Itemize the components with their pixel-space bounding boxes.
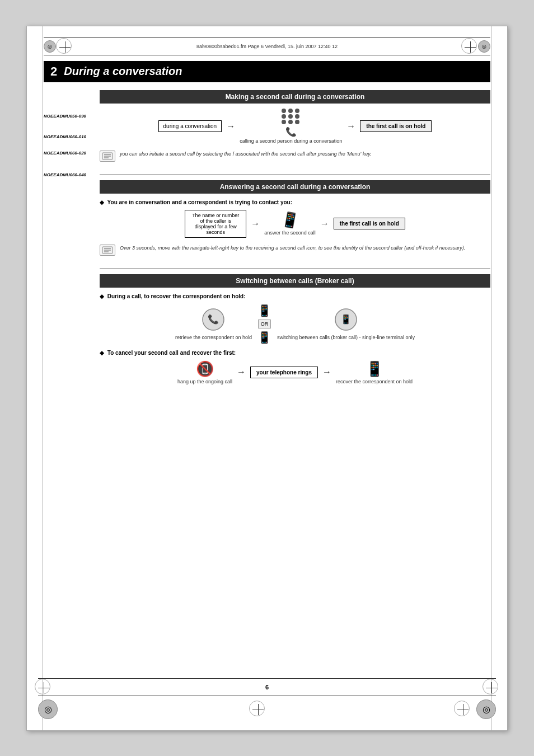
footer-bottom-rule (38, 696, 496, 696)
bullet-3: ◆ (100, 350, 104, 356)
footer-right-crosshair (457, 704, 467, 714)
broker-icons-row: 📞 retrieve the correspondent on hold 📱 O… (100, 304, 490, 344)
s2-handset-col: 📱 answer the second call (264, 212, 316, 236)
right-margin-line (491, 26, 491, 730)
footer-center-crosshair (252, 704, 263, 714)
title-bar: 2 During a conversation (44, 61, 490, 82)
keypad-dot-2 (288, 109, 293, 113)
page-wrapper: ◎ 8al90800bsabed01.fm Page 6 Vendredi, 1… (0, 0, 534, 756)
s2-flow-col-1: The name or number of the caller is disp… (185, 210, 246, 238)
footer-right-marks: ◎ (457, 699, 496, 719)
section2-subheader: ◆ You are in conversation and a correspo… (100, 199, 490, 205)
footer-right (486, 682, 496, 692)
telephone-rings-text: your telephone rings (256, 369, 312, 375)
footer-top-rule (38, 678, 496, 679)
hangup-label: hang up the ongoing call (177, 379, 232, 384)
keypad-dot-4 (282, 114, 286, 119)
s2-arrow-2: → (320, 219, 329, 229)
bullet-2: ◆ (100, 293, 104, 299)
answer-second-call-label: answer the second call (264, 230, 316, 236)
content-area: NOEEADMU050-090 NOEEADMU060-010 NOEEADMU… (44, 90, 490, 395)
label-noeeadmu060-010: NOEEADMU060-010 (44, 134, 100, 139)
handset-icon-2: 📱 (257, 304, 271, 317)
cancel-arrow-1: → (237, 367, 246, 377)
flow-col-3: the first call is on hold (360, 120, 432, 132)
doc-icon-svg-2 (102, 246, 113, 254)
first-call-on-hold-text: the first call is on hold (366, 123, 425, 129)
footer-center-marks (252, 704, 263, 714)
top-left-reg-mark: ◎ (44, 40, 56, 53)
broker-svg-1: 📞 (202, 308, 225, 331)
section1-header: Making a second call during a conversati… (100, 90, 490, 104)
divider-1 (100, 174, 490, 175)
during-conversation-box: during a conversation (158, 120, 222, 132)
footer-crosshair-right (486, 682, 496, 692)
section3-subheader2: ◆ To cancel your second call and recover… (100, 350, 490, 356)
footer-crosshair-left (38, 682, 48, 692)
keypad-dot-8 (288, 120, 293, 124)
main-content: Making a second call during a conversati… (100, 90, 490, 395)
section2-note-text: Over 3 seconds, move with the navigate-l… (120, 245, 465, 252)
section2-sub-text: You are in conversation and a correspond… (107, 199, 292, 205)
section1-note-text: you can also initiate a second call by s… (120, 151, 372, 158)
header-filename: 8al90800bsabed01.fm Page 6 Vendredi, 15.… (69, 44, 465, 49)
s2-flow-col-3: the first call is on hold (334, 218, 405, 229)
cancel-second-call-label: To cancel your second call and recover t… (107, 350, 236, 356)
or-label: OR (258, 320, 271, 328)
label-noeeadmu060-040: NOEEADMU060-040 (44, 172, 100, 177)
keypad-dot-9 (295, 120, 299, 124)
section-answering-second-call: Answering a second call during a convers… (100, 180, 490, 258)
or-section: 📱 OR 📱 (257, 304, 271, 344)
keypad-icon-col: 📞 calling a second person during a conve… (240, 109, 342, 144)
recover-icon: 📱 (366, 360, 383, 378)
chapter-number: 2 (50, 64, 57, 79)
section2-note-row: Over 3 seconds, move with the navigate-l… (100, 242, 490, 258)
label-noeeadmu060-020: NOEEADMU060-020 (44, 151, 100, 156)
chapter-title: During a conversation (64, 65, 182, 78)
keypad-dot-3 (295, 109, 299, 113)
retrieve-hold-label: retrieve the correspondent on hold (175, 335, 252, 340)
s2-arrow-1: → (251, 219, 260, 229)
footer-reg-row: ◎ ◎ (38, 699, 496, 719)
crosshair-right (465, 41, 475, 51)
switching-label: switching between calls (broker call) - … (277, 335, 415, 340)
footer-page-number: 6 (265, 684, 269, 691)
during-conversation-text: during a conversation (163, 123, 217, 129)
handset-icon-3: 📱 (257, 331, 271, 344)
broker-icon-1: 📞 (202, 308, 225, 334)
page-footer: 6 ◎ (27, 678, 507, 719)
hangup-col: 📵 hang up the ongoing call (177, 360, 232, 384)
s2-first-call-on-hold-text: the first call is on hold (340, 220, 399, 227)
broker-icon-2: 📱 (334, 308, 358, 334)
footer-left-reg-mark: ◎ (38, 699, 58, 719)
note-icon-1 (100, 151, 115, 162)
document-page: ◎ 8al90800bsabed01.fm Page 6 Vendredi, 1… (26, 26, 508, 731)
page-header: ◎ 8al90800bsabed01.fm Page 6 Vendredi, 1… (44, 37, 490, 55)
calling-second-person-label: calling a second person during a convers… (240, 138, 342, 144)
footer-row: 6 (38, 682, 496, 692)
section1-note-row: you can also initiate a second call by s… (100, 148, 490, 164)
keypad-dot-5 (288, 114, 293, 119)
section3-subheader1: ◆ During a call, to recover the correspo… (100, 293, 490, 299)
recover-col: 📱 recover the correspondent on hold (336, 360, 413, 384)
svg-text:📞: 📞 (208, 314, 219, 325)
footer-left (38, 682, 48, 692)
footer-right-reg-mark: ◎ (476, 699, 496, 719)
cancel-recover-row: 📵 hang up the ongoing call → your teleph… (100, 360, 490, 384)
cancel-arrow-2: → (322, 367, 331, 377)
during-call-label: During a call, to recover the correspond… (107, 293, 246, 299)
telephone-rings-box: your telephone rings (250, 367, 318, 378)
note-icon-2 (100, 245, 115, 256)
crosshair-left (59, 41, 69, 51)
svg-text:📱: 📱 (340, 314, 352, 325)
bullet-1: ◆ (100, 199, 104, 205)
caller-name-box: The name or number of the caller is disp… (185, 210, 246, 238)
section-making-second-call: Making a second call during a conversati… (100, 90, 490, 164)
flow-col-1: during a conversation (158, 120, 222, 132)
section2-header: Answering a second call during a convers… (100, 180, 490, 194)
arrow-1: → (226, 121, 235, 132)
retrieve-hold-group: 📞 retrieve the correspondent on hold (175, 308, 252, 340)
section3-header: Switching between calls (Broker call) (100, 274, 490, 288)
document-icon-svg (102, 152, 113, 160)
handset-icon: 📱 (279, 210, 300, 230)
